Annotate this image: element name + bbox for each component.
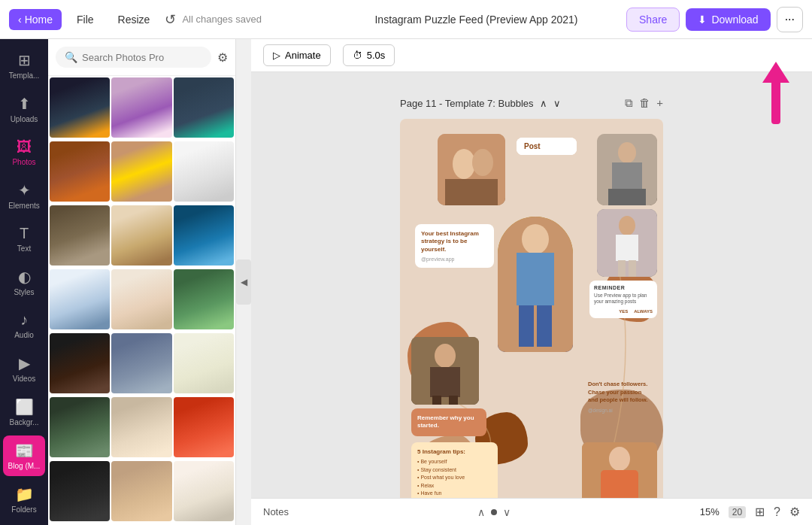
photo-thumb[interactable] [111,205,171,266]
notes-bar: Notes ∧ ∨ 15% 20 ⊞ ? ⚙ [251,498,812,525]
photo-thumb[interactable] [50,461,110,521]
chevron-down-nav-icon[interactable]: ∨ [503,506,511,518]
chevron-up-icon[interactable]: ∧ [540,98,547,109]
sidebar-item-videos[interactable]: ▶ Videos [3,348,45,389]
sidebar-item-label: Uploads [11,115,38,123]
photo-thumb[interactable] [50,333,110,393]
templates-icon: ⊞ [18,51,31,69]
canvas-scroll[interactable]: Page 11 - Template 7: Bubbles ∧ ∨ ⧉ 🗑 + [251,72,812,498]
delete-page-icon[interactable]: 🗑 [639,96,650,110]
help-icon[interactable]: ? [774,505,780,519]
svg-rect-12 [629,260,636,277]
collapse-panel-button[interactable]: ◀ [236,259,251,305]
sidebar-item-audio[interactable]: ♪ Audio [3,305,45,345]
photo-thumb[interactable] [174,269,234,329]
download-button[interactable]: ⬇ Download [686,8,770,31]
photo-thumb[interactable] [111,461,171,521]
template-photo-couple[interactable] [438,134,505,205]
photo-thumb[interactable] [174,461,234,521]
reminder-card: REMINDER Use Preview app to plan your am… [589,281,657,318]
photo-thumb[interactable] [174,141,234,202]
chevron-up-nav-icon[interactable]: ∧ [477,506,485,518]
search-box: 🔍 [56,47,211,68]
download-icon: ⬇ [698,14,707,26]
reminder-buttons: YES ALWAYS [594,309,653,314]
template-photo-man-street[interactable] [411,337,479,405]
template-card-11[interactable]: Dream Create Post [400,119,663,498]
svg-rect-6 [612,162,642,189]
svg-rect-15 [517,253,554,305]
time-button[interactable]: ⏱ 5.0s [343,44,395,66]
photo-thumb[interactable] [174,77,234,138]
svg-point-1 [453,149,475,179]
svg-point-19 [435,344,456,368]
add-page-icon[interactable]: + [656,96,663,110]
animate-icon: ▷ [273,50,280,61]
yes-button[interactable]: YES [619,309,628,314]
sidebar-item-photos[interactable]: 🖼 Photos [3,132,45,172]
sidebar-item-templates[interactable]: ⊞ Templa... [3,45,45,86]
photo-panel: 🔍 ⚙ [48,39,236,525]
chevron-left-icon: ‹ [18,14,22,26]
sidebar-item-background[interactable]: ⬜ Backgr... [3,392,45,432]
photo-thumb[interactable] [50,205,110,266]
photo-thumb[interactable] [111,77,171,138]
sidebar-item-blog[interactable]: 📰 Blog (M... [3,435,45,476]
svg-point-5 [618,142,636,163]
photo-thumb[interactable] [50,77,110,138]
sidebar-item-label: Blog (M... [8,462,41,470]
sidebar-item-folders[interactable]: 📁 Folders [3,479,45,520]
remember-text: Remember why you started. [417,414,480,430]
sidebar-item-text[interactable]: T Text [3,219,45,259]
photo-thumb[interactable] [174,205,234,266]
grid-view-icon[interactable]: ⊞ [755,505,765,519]
text-icon: T [20,225,29,242]
audio-icon: ♪ [20,311,28,329]
chevron-down-icon[interactable]: ∨ [553,98,561,109]
settings-icon[interactable]: ⚙ [789,505,800,519]
svg-rect-10 [616,235,638,261]
photo-thumb[interactable] [111,141,171,202]
template-photo-woman-jeans[interactable] [498,217,573,352]
remember-card: Remember why you started. [411,408,486,436]
page-number: 20 [729,506,746,518]
home-button[interactable]: ‹ Home [9,9,62,30]
photo-thumb[interactable] [111,333,171,393]
file-button[interactable]: File [68,9,103,30]
post-card: Post [517,138,577,155]
sidebar-item-label: Styles [14,288,34,296]
more-options-button[interactable]: ··· [777,7,803,32]
svg-rect-7 [608,189,646,205]
left-sidebar: ⊞ Templa... ⬆ Uploads 🖼 Photos ✦ Element… [0,39,48,525]
resize-button[interactable]: Resize [109,9,159,30]
dont-chase-text: Don't chase followers. Chase your passio… [588,381,651,405]
photo-thumb[interactable] [50,141,110,202]
undo-button[interactable]: ↺ [165,11,176,28]
svg-rect-20 [430,367,460,397]
template-photo-woman-laptop[interactable] [597,134,657,205]
sidebar-item-uploads[interactable]: ⬆ Uploads [3,89,45,129]
reminder-title: REMINDER [594,285,653,290]
sidebar-item-elements[interactable]: ✦ Elements [3,175,45,216]
copy-page-icon[interactable]: ⧉ [625,96,633,110]
share-button[interactable]: Share [626,8,680,32]
dont-chase-handle: @design.ai [588,408,651,413]
saved-status: All changes saved [182,14,326,25]
photo-thumb[interactable] [111,269,171,329]
animate-button[interactable]: ▷ Animate [263,44,331,66]
photo-thumb[interactable] [174,333,234,393]
photo-thumb[interactable] [174,397,234,457]
photo-thumb[interactable] [111,397,171,457]
always-button[interactable]: ALWAYS [634,309,653,314]
sidebar-item-label: Backgr... [10,418,39,426]
zoom-level: 15% [700,506,720,517]
photo-thumb[interactable] [50,269,110,329]
template-photo-woman-standing[interactable] [597,209,657,277]
search-input[interactable] [82,52,202,63]
photo-thumb[interactable] [50,397,110,457]
sidebar-item-label: Folders [11,505,36,514]
filter-icon[interactable]: ⚙ [217,50,228,65]
elements-icon: ✦ [18,181,31,199]
template-photo-woman-floral[interactable] [582,442,657,498]
sidebar-item-styles[interactable]: ◐ Styles [3,262,45,302]
